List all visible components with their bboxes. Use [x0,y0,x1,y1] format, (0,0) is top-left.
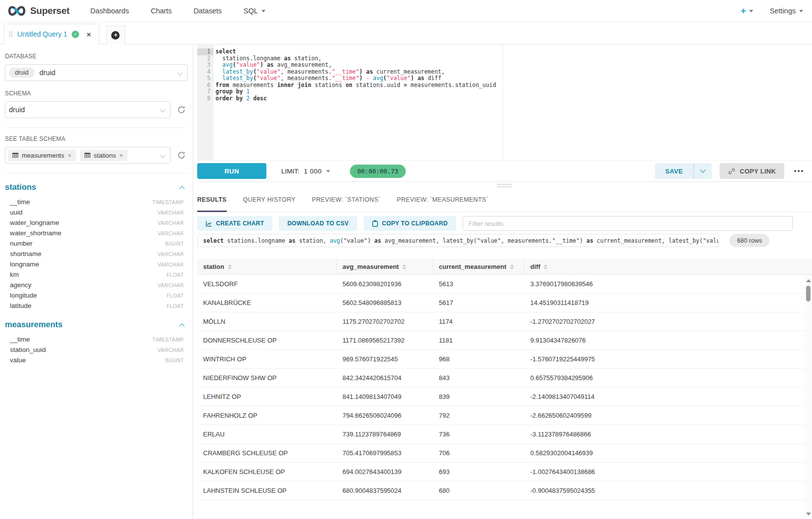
table-chip-stations[interactable]: stations× [80,150,128,161]
sql-token: measurements [229,82,277,88]
create-chart-button[interactable]: CREATE CHART [197,216,272,231]
run-button[interactable]: RUN [197,163,266,179]
query-tab-active[interactable]: Untitled Query 1 ✓ × [4,24,99,44]
sql-token: , measurements. [281,68,332,75]
code-line: order by 2 desc [215,95,812,102]
sql-token: as [587,237,594,244]
copy-link-button[interactable]: COPY LINK [720,163,784,179]
sql-token: station, [296,237,330,244]
table-cell: 0.5829302004146939 [524,444,812,462]
column-header-avg-measurement[interactable]: avg_measurement [337,259,433,274]
sql-token: "value" [256,75,280,82]
column-header-label: current_measurement [439,263,507,270]
table-cell: KANALBRÜCKE [197,294,337,312]
save-button[interactable]: SAVE [655,163,693,179]
add-query-tab-button[interactable]: + [106,26,125,44]
table-cell: 693 [433,463,524,481]
sql-token: "value" [256,68,280,75]
code-line: from measurements inner join stations on… [215,82,812,89]
schema-select[interactable]: druid [5,101,171,118]
sql-code-area[interactable]: select stations.longname as station, avg… [214,45,812,160]
results-tab-results[interactable]: RESULTS [197,189,227,212]
table-cell: LEHNITZ OP [197,388,337,406]
nav-item-dashboards[interactable]: Dashboards [90,7,129,15]
table-chip-measurements[interactable]: measurements× [8,150,76,161]
column-type: FLOAT [167,303,184,309]
scrollbar-thumb[interactable] [806,286,811,302]
drag-handle-icon[interactable] [9,32,13,37]
table-cell: 694.0027643400139 [337,463,433,481]
column-row: longitudeFLOAT [5,290,188,301]
sql-editor: 12345678 select stations.longname as sta… [197,45,812,160]
nav-item-charts[interactable]: Charts [151,7,172,15]
sql-token: ( [233,61,236,68]
close-icon[interactable]: × [86,30,91,39]
column-header-station[interactable]: station [197,259,337,274]
nav-item-label: SQL [244,7,258,15]
save-options-button[interactable] [694,163,712,179]
table-schema-select[interactable]: measurements×stations× [5,147,171,164]
column-row: longnameVARCHAR [5,259,188,269]
sql-token: as [289,237,296,244]
refresh-tables-button[interactable] [177,150,188,161]
table-cell: WINTRICH OP [197,350,337,368]
refresh-schemas-button[interactable] [177,104,188,115]
table-cell: 9.91304347826076 [524,331,812,349]
column-row: numberBIGINT [5,238,188,249]
elapsed-timer-badge: 00:00:00.73 [350,165,406,178]
more-menu-icon[interactable] [792,167,805,175]
results-tab-preview-stations[interactable]: PREVIEW: `STATIONS` [312,189,381,212]
scroll-up-icon[interactable] [806,279,811,282]
table-icon [12,153,18,158]
download-to-csv-button[interactable]: DOWNLOAD TO CSV [279,216,357,231]
table-row: FAHRENHOLZ OP794.6626506024096792-2.6626… [197,406,812,425]
sort-icon[interactable] [510,264,514,269]
column-row: agencyVARCHAR [5,280,188,290]
nav-item-sql[interactable]: SQL [244,7,265,15]
sql-token [370,75,373,82]
table-name: stations [5,182,36,192]
code-line: stations.longname as station, [215,55,812,62]
collapse-icon[interactable] [179,323,184,329]
main-nav: DashboardsChartsDatasetsSQL [90,7,265,15]
copy-link-label: COPY LINK [740,168,776,175]
results-table-header: stationavg_measurementcurrent_measuremen… [197,259,812,275]
results-tab-preview-measurements[interactable]: PREVIEW: `MEASUREMENTS` [397,189,488,212]
button-label: COPY TO CLIPBOARD [382,220,448,227]
nav-item-datasets[interactable]: Datasets [194,7,222,15]
query-tabstrip: Untitled Query 1 ✓ × + [0,22,812,44]
copy-to-clipboard-button[interactable]: COPY TO CLIPBOARD [364,216,456,231]
sort-icon[interactable] [544,264,548,269]
database-engine-chip: druid [9,68,35,78]
remove-icon[interactable]: × [119,152,123,159]
collapse-icon[interactable] [179,186,184,191]
limit-dropdown[interactable]: LIMIT: 1 000 [281,168,330,175]
settings-menu[interactable]: Settings [770,7,803,15]
table-cell: -0.9004837595024355 [524,481,812,500]
print-margin [503,45,503,160]
scroll-down-icon[interactable] [806,513,811,516]
results-tab-query-history[interactable]: QUERY HISTORY [243,189,296,212]
column-row: shortnameVARCHAR [5,249,188,259]
sql-token [263,61,267,68]
sql-token: as [284,55,291,62]
column-name: km [10,271,19,278]
table-cell: VELSDORF [197,275,337,293]
table-scrollbar [805,275,812,519]
sort-icon[interactable] [228,264,232,269]
table-cell: 14.45190311418719 [524,294,812,312]
filter-results-input[interactable] [463,216,793,231]
pane-resize-handle[interactable] [497,184,512,189]
superset-logo[interactable]: Superset [7,4,70,17]
remove-icon[interactable]: × [68,152,72,159]
column-header-diff[interactable]: diff [524,259,812,274]
new-item-button[interactable]: + [740,5,753,16]
sort-icon[interactable] [402,264,406,269]
chart-icon [206,220,212,227]
database-select[interactable]: druid druid [5,64,188,81]
column-name: latitude [10,302,32,309]
sql-token: desc [253,95,267,102]
table-row-partial [197,500,812,519]
column-header-current-measurement[interactable]: current_measurement [433,259,524,274]
sql-token [215,68,222,75]
